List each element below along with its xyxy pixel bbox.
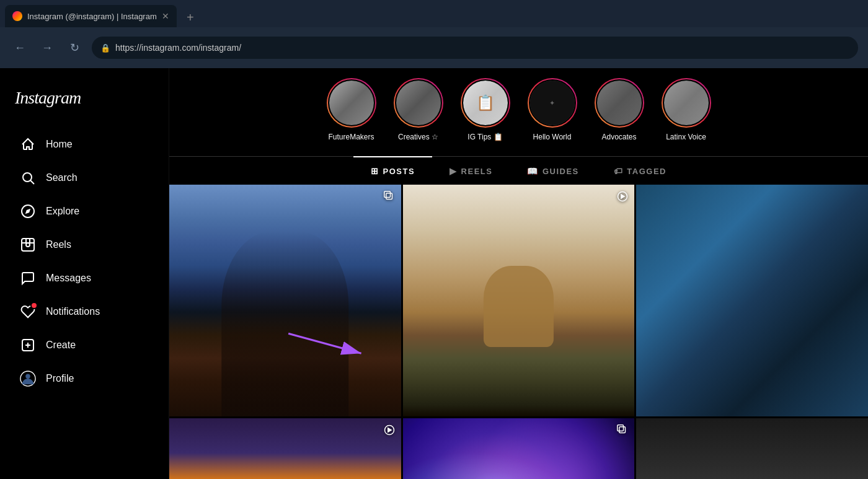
logo-text: Instagram: [15, 88, 81, 107]
story-image: 📋: [462, 79, 509, 126]
svg-rect-15: [386, 193, 392, 200]
svg-rect-4: [22, 239, 34, 251]
post-carousel-icon-5: [617, 424, 628, 439]
sidebar: Instagram Home Search: [0, 68, 169, 479]
logo: Instagram: [0, 78, 169, 128]
tab-favicon: [12, 11, 22, 21]
address-bar: ← → ↻ 🔒 https://instagram.com/instagram/: [0, 27, 868, 68]
tab-reels[interactable]: ▶ REELS: [432, 156, 510, 185]
tab-bar: Instagram (@instagram) | Instagram ✕ +: [0, 0, 868, 27]
story-label: FutureMakers: [328, 133, 374, 141]
create-label: Create: [46, 340, 76, 351]
main-content: FutureMakers Creatives ☆ 📋 IG Tips 📋: [169, 68, 868, 479]
post-item-5[interactable]: [403, 418, 635, 479]
search-icon: [20, 170, 36, 186]
tab-guides[interactable]: 📖 GUIDES: [510, 156, 596, 185]
post-item-2[interactable]: [403, 185, 635, 416]
reels-label: Reels: [46, 239, 71, 250]
svg-marker-3: [25, 209, 30, 214]
story-label: IG Tips 📋: [467, 133, 502, 141]
post-carousel-icon-1: [384, 191, 395, 205]
back-button[interactable]: ←: [10, 38, 30, 58]
app-container: Instagram Home Search: [0, 68, 868, 479]
sidebar-item-reels[interactable]: Reels: [5, 229, 164, 260]
refresh-button[interactable]: ↻: [64, 38, 84, 58]
svg-rect-14: [384, 191, 390, 198]
story-ring: [662, 78, 711, 128]
post-video-icon-4: [384, 424, 395, 439]
svg-point-0: [23, 173, 32, 182]
profile-icon: [20, 371, 36, 387]
explore-label: Explore: [46, 206, 79, 217]
story-image: [328, 79, 375, 126]
tagged-tab-icon: 🏷: [614, 166, 624, 176]
browser-chrome: Instagram (@instagram) | Instagram ✕ + ←…: [0, 0, 868, 68]
sidebar-item-home[interactable]: Home: [5, 129, 164, 160]
forward-button[interactable]: →: [37, 38, 57, 58]
posts-tab-icon: ⊞: [371, 166, 379, 176]
stories-row: FutureMakers Creatives ☆ 📋 IG Tips 📋: [169, 68, 868, 156]
story-label: Hello World: [533, 133, 572, 141]
sidebar-item-profile[interactable]: Profile: [5, 363, 164, 394]
explore-icon: [20, 203, 36, 219]
story-ring: [595, 78, 644, 128]
sidebar-item-messages[interactable]: Messages: [5, 263, 164, 294]
home-label: Home: [46, 139, 73, 150]
post-item-4[interactable]: [169, 418, 401, 479]
tab-posts-label: POSTS: [383, 167, 415, 176]
svg-rect-20: [618, 424, 624, 431]
search-label: Search: [46, 172, 78, 183]
story-item-igtips[interactable]: 📋 IG Tips 📋: [461, 78, 510, 141]
story-label: Creatives ☆: [398, 133, 438, 141]
posts-grid: [169, 185, 868, 479]
svg-line-1: [31, 181, 35, 185]
messages-label: Messages: [46, 273, 91, 284]
reels-icon: [20, 237, 36, 253]
sidebar-item-search[interactable]: Search: [5, 162, 164, 193]
notifications-label: Notifications: [46, 306, 100, 317]
post-item-1[interactable]: [169, 185, 401, 416]
story-item-helloworld[interactable]: ✦ Hello World: [528, 78, 577, 141]
story-item-futuremakers[interactable]: FutureMakers: [327, 78, 376, 141]
svg-rect-21: [619, 426, 626, 433]
story-ring: 📋: [461, 78, 510, 128]
create-icon: [20, 337, 36, 353]
profile-label: Profile: [46, 373, 74, 384]
guides-tab-icon: 📖: [527, 166, 539, 176]
new-tab-button[interactable]: +: [180, 7, 200, 27]
post-video-icon-2: [617, 191, 628, 205]
lock-icon: 🔒: [100, 43, 110, 53]
story-label: Advocates: [601, 133, 636, 141]
story-image: [596, 79, 643, 126]
url-text: https://instagram.com/instagram/: [115, 43, 241, 53]
home-icon: [20, 136, 36, 152]
content-tabs: ⊞ POSTS ▶ REELS 📖 GUIDES 🏷 TAGGED: [169, 156, 868, 185]
sidebar-item-notifications[interactable]: Notifications: [5, 296, 164, 327]
sidebar-item-create[interactable]: Create: [5, 330, 164, 361]
story-ring: [394, 78, 443, 128]
story-ring: [327, 78, 376, 128]
tab-tagged-label: TAGGED: [627, 167, 666, 176]
url-bar[interactable]: 🔒 https://instagram.com/instagram/: [92, 37, 858, 59]
tab-posts[interactable]: ⊞ POSTS: [353, 156, 432, 185]
story-item-creatives[interactable]: Creatives ☆: [394, 78, 443, 141]
post-item-6[interactable]: [636, 418, 868, 479]
reels-tab-icon: ▶: [450, 166, 458, 176]
tab-title: Instagram (@instagram) | Instagram: [27, 12, 157, 21]
story-label: Latinx Voice: [666, 133, 706, 141]
story-item-latinxvoice[interactable]: Latinx Voice: [662, 78, 711, 141]
story-image: ✦: [529, 79, 576, 126]
svg-point-13: [25, 374, 30, 379]
sidebar-item-explore[interactable]: Explore: [5, 196, 164, 227]
story-ring: ✦: [528, 78, 577, 128]
notifications-icon: [20, 304, 36, 320]
messages-icon: [20, 270, 36, 286]
tab-close-button[interactable]: ✕: [162, 11, 169, 21]
active-tab[interactable]: Instagram (@instagram) | Instagram ✕: [5, 5, 177, 27]
story-item-advocates[interactable]: Advocates: [595, 78, 644, 141]
story-image: [663, 79, 710, 126]
tab-tagged[interactable]: 🏷 TAGGED: [596, 156, 684, 185]
tab-guides-label: GUIDES: [542, 167, 579, 176]
story-image: [395, 79, 442, 126]
post-item-3[interactable]: [636, 185, 868, 416]
